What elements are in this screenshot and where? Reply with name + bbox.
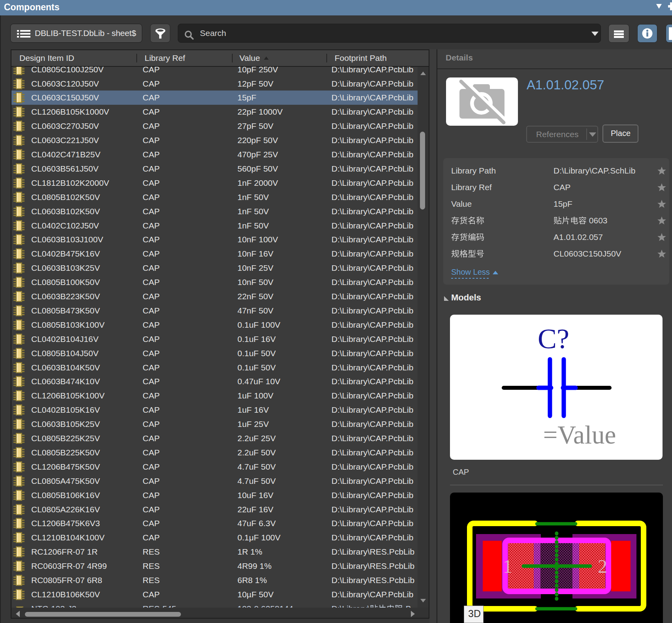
svg-text:C?: C? <box>538 323 569 355</box>
svg-text:=Value: =Value <box>543 421 616 449</box>
svg-text:2: 2 <box>598 556 607 577</box>
svg-text:1: 1 <box>503 556 512 577</box>
